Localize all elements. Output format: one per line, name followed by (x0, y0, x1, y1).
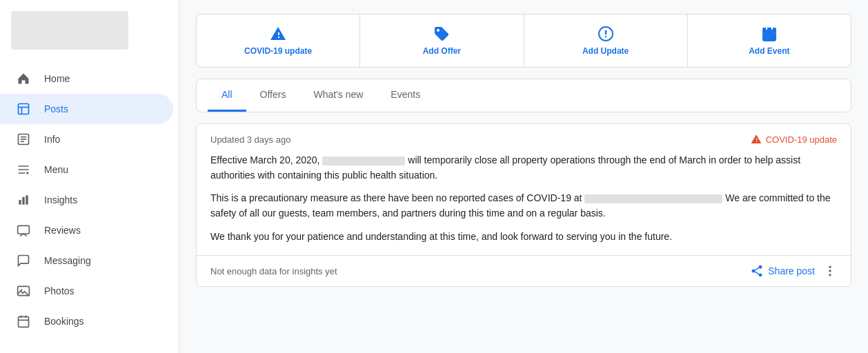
share-icon (750, 264, 764, 278)
bookings-icon (17, 314, 30, 328)
post-body: Effective March 20, 2020, will temporari… (197, 150, 851, 255)
sidebar-nav: Home Posts Info (0, 63, 179, 336)
sidebar-label-messaging: Messaging (44, 255, 91, 266)
post-paragraph-1: Effective March 20, 2020, will temporari… (210, 153, 837, 183)
sidebar-item-info[interactable]: Info (0, 124, 173, 154)
svg-point-31 (829, 274, 831, 276)
post-footer: Not enough data for insights yet Share p… (197, 255, 851, 286)
svg-rect-11 (18, 225, 30, 234)
sidebar-item-messaging[interactable]: Messaging (0, 245, 173, 276)
posts-icon (17, 102, 30, 116)
sidebar-item-photos[interactable]: Photos (0, 276, 173, 306)
tab-all[interactable]: All (208, 79, 246, 112)
svg-rect-9 (22, 197, 24, 205)
sidebar-item-menu[interactable]: Menu (0, 154, 173, 185)
sidebar-label-posts: Posts (44, 103, 68, 114)
sidebar-item-reviews[interactable]: Reviews (0, 215, 173, 245)
sidebar-logo (11, 11, 128, 50)
add-offer-label: Add Offer (423, 46, 461, 56)
sidebar-item-bookings[interactable]: Bookings (0, 306, 173, 336)
sidebar-label-info: Info (44, 134, 60, 145)
photos-icon (17, 284, 30, 298)
tab-offers[interactable]: Offers (246, 79, 300, 112)
add-offer-button[interactable]: Add Offer (360, 14, 524, 67)
svg-rect-10 (26, 195, 28, 204)
redacted-1 (322, 157, 405, 165)
actions-card: COVID-19 update Add Offer Add Update (196, 14, 851, 68)
sidebar-item-insights[interactable]: Insights (0, 185, 173, 215)
update-icon (598, 26, 614, 42)
svg-rect-0 (19, 104, 29, 114)
add-event-button[interactable]: Add Event (688, 14, 851, 67)
svg-rect-26 (763, 28, 776, 32)
covid19-update-button[interactable]: COVID-19 update (197, 14, 360, 67)
svg-point-7 (26, 172, 28, 174)
main-content: COVID-19 update Add Offer Add Update (179, 0, 868, 353)
sidebar-item-home[interactable]: Home (0, 63, 173, 94)
more-options-button[interactable] (823, 264, 837, 278)
add-event-label: Add Event (749, 46, 789, 56)
badge-icon (751, 134, 762, 145)
post-timestamp: Updated 3 days ago (210, 134, 290, 145)
tabs-card: All Offers What's new Events (196, 79, 851, 112)
svg-rect-14 (19, 316, 29, 327)
sidebar-label-menu: Menu (44, 164, 68, 175)
add-update-label: Add Update (582, 46, 629, 56)
sidebar-label-insights: Insights (44, 194, 77, 205)
svg-rect-8 (19, 200, 21, 205)
menu-icon (17, 163, 30, 176)
post-paragraph-3: We thank you for your patience and under… (210, 230, 837, 245)
sidebar-label-bookings: Bookings (44, 316, 84, 327)
covid19-icon (270, 26, 286, 42)
badge-label: COVID-19 update (766, 134, 837, 145)
insights-icon (17, 193, 30, 207)
sidebar-label-photos: Photos (44, 285, 75, 296)
event-icon (761, 26, 778, 42)
covid19-update-label: COVID-19 update (244, 46, 312, 56)
tab-whats-new[interactable]: What's new (299, 79, 377, 112)
sidebar-item-posts[interactable]: Posts (0, 94, 173, 124)
svg-point-20 (604, 36, 606, 37)
sidebar-label-reviews: Reviews (44, 225, 81, 236)
post-header: Updated 3 days ago COVID-19 update (197, 124, 851, 150)
redacted-2 (584, 194, 722, 203)
share-post-button[interactable]: Share post (750, 264, 815, 278)
offer-icon (433, 26, 450, 42)
post-card: Updated 3 days ago COVID-19 update Effec… (196, 123, 851, 287)
svg-point-30 (829, 270, 831, 272)
share-post-label: Share post (768, 265, 815, 276)
messaging-icon (17, 254, 30, 268)
post-footer-text: Not enough data for insights yet (210, 266, 337, 276)
info-icon (17, 132, 30, 146)
tab-events[interactable]: Events (377, 79, 434, 112)
sidebar-label-home: Home (44, 73, 70, 84)
add-update-button[interactable]: Add Update (524, 14, 688, 67)
sidebar: Home Posts Info (0, 0, 179, 353)
svg-point-29 (829, 266, 831, 268)
post-badge: COVID-19 update (751, 134, 837, 145)
reviews-icon (17, 223, 30, 237)
more-vertical-icon (823, 264, 837, 278)
home-icon (17, 72, 30, 85)
post-footer-actions: Share post (750, 264, 837, 278)
post-paragraph-2: This is a precautionary measure as there… (210, 191, 837, 221)
